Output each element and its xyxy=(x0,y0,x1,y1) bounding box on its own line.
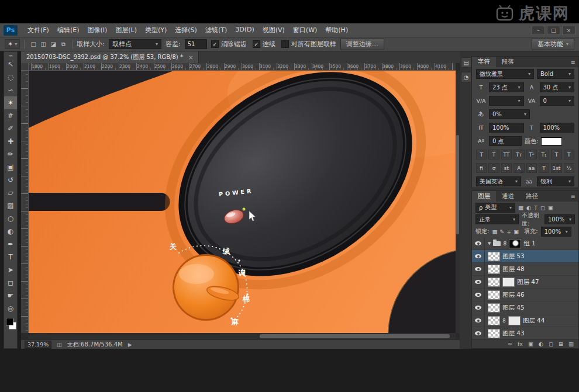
antialias-select[interactable]: 锐利 ▾ xyxy=(537,176,574,186)
crop-tool[interactable]: # xyxy=(4,109,17,122)
visibility-eye-icon[interactable] xyxy=(472,276,485,288)
visibility-eye-icon[interactable] xyxy=(472,289,485,301)
filter-type-layers-icon[interactable]: T xyxy=(534,204,537,211)
visibility-eye-icon[interactable] xyxy=(472,301,485,314)
marquee-tool[interactable]: ◌ xyxy=(4,71,17,84)
tab-channels[interactable]: 通道 xyxy=(496,191,520,202)
layer-style-icon[interactable]: fx xyxy=(518,341,523,347)
visibility-eye-icon[interactable] xyxy=(472,237,485,249)
checkbox-icon[interactable]: ✓ xyxy=(211,40,219,48)
leading-select[interactable]: 30 点 ▾ xyxy=(540,82,575,92)
menu-item[interactable]: 滤镜(T) xyxy=(201,24,231,36)
tab-paragraph[interactable]: 段落 xyxy=(496,57,520,67)
document-tab[interactable]: 20150703-DSC_9392.psd @ 37.2% (图层 53, RG… xyxy=(21,51,199,63)
layer-name[interactable]: 图层 44 xyxy=(523,317,545,325)
layer-row[interactable]: 图层 53 xyxy=(472,250,578,263)
clone-stamp-tool[interactable]: ▣ xyxy=(4,161,17,174)
opacity-field[interactable]: 100% ▾ xyxy=(544,214,575,224)
text-color-swatch[interactable] xyxy=(541,137,562,145)
menu-item[interactable]: 类型(Y) xyxy=(141,24,171,36)
font-style-select[interactable]: Bold ▾ xyxy=(537,69,574,79)
layer-name[interactable]: 图层 46 xyxy=(502,291,525,299)
filter-shape-layers-icon[interactable]: ◻ xyxy=(540,204,545,211)
new-adjustment-layer-icon[interactable]: ◐ xyxy=(539,341,543,347)
filter-smart-objects-icon[interactable]: ▣ xyxy=(548,204,553,211)
status-menu-arrow-icon[interactable]: ▶ xyxy=(128,342,132,348)
opentype-button[interactable]: σ xyxy=(488,163,499,173)
layer-thumbnail[interactable] xyxy=(488,329,500,338)
checkbox-icon[interactable]: ✓ xyxy=(253,40,260,48)
menu-item[interactable]: 图像(I) xyxy=(83,24,111,36)
opentype-button[interactable]: T xyxy=(539,163,549,173)
vertical-scrollbar[interactable] xyxy=(456,71,460,333)
horizontal-scrollbar[interactable] xyxy=(29,333,456,339)
text-style-button[interactable]: T xyxy=(476,150,487,159)
horizontal-scrollbar-thumb[interactable] xyxy=(260,334,450,338)
text-style-button[interactable]: Tᴛ xyxy=(513,150,524,159)
layer-name[interactable]: 图层 48 xyxy=(502,265,525,273)
lock-transparency-icon[interactable]: ▦ xyxy=(492,228,497,235)
layer-thumbnail[interactable] xyxy=(488,252,500,261)
layer-thumbnail[interactable] xyxy=(509,239,521,248)
layer-thumbnail[interactable] xyxy=(488,303,500,313)
add-selection-icon[interactable]: ◫ xyxy=(39,40,48,49)
history-brush-tool[interactable]: ↺ xyxy=(4,174,17,186)
checkbox-option[interactable]: ✓连续 xyxy=(253,40,275,48)
panel-menu-icon[interactable]: ≡ xyxy=(571,193,575,200)
menu-item[interactable]: 编辑(E) xyxy=(53,24,84,36)
healing-brush-tool[interactable]: ✚ xyxy=(4,135,17,148)
visibility-eye-icon[interactable] xyxy=(472,327,485,339)
layer-row[interactable]: ▼8组 1 xyxy=(472,237,578,250)
move-tool[interactable]: ↖ xyxy=(4,58,17,71)
menu-item[interactable]: 图层(L) xyxy=(111,24,141,36)
layer-name[interactable]: 图层 43 xyxy=(502,329,525,338)
checkbox-icon[interactable] xyxy=(281,40,289,48)
menu-item[interactable]: 帮助(H) xyxy=(321,24,352,36)
eraser-tool[interactable]: ▱ xyxy=(4,186,17,199)
visibility-eye-icon[interactable] xyxy=(472,263,485,275)
add-layer-mask-icon[interactable]: ▣ xyxy=(528,341,533,347)
menu-item[interactable]: 窗口(W) xyxy=(289,24,321,36)
language-select[interactable]: 美国英语 ▾ xyxy=(476,176,521,186)
foreground-color-swatch[interactable] xyxy=(6,318,13,325)
path-selection-tool[interactable]: ➤ xyxy=(4,263,17,276)
workspace-switcher[interactable]: 基本功能 ▾ xyxy=(532,38,574,50)
visibility-eye-icon[interactable] xyxy=(472,250,485,262)
type-tool[interactable]: T xyxy=(4,251,17,263)
layer-filter-select[interactable]: ρ 类型 ▾ xyxy=(475,203,515,213)
group-disclosure-icon[interactable]: ▼ xyxy=(488,241,491,246)
layer-mask-thumbnail[interactable] xyxy=(502,277,515,287)
baseline-shift-field[interactable]: 0 点 xyxy=(489,136,522,146)
tsume-select[interactable]: 0% ▾ xyxy=(489,109,530,119)
menu-item[interactable]: 选择(S) xyxy=(171,24,201,36)
layer-thumbnail[interactable] xyxy=(488,290,500,300)
font-size-select[interactable]: 23 点 ▾ xyxy=(489,82,524,92)
checkbox-option[interactable]: 对所有图层取样 xyxy=(281,40,336,48)
text-style-button[interactable]: T¹ xyxy=(526,150,537,159)
kerning-select[interactable]: ▾ xyxy=(489,96,524,106)
text-style-button[interactable]: T xyxy=(551,150,561,159)
layer-thumbnail[interactable] xyxy=(488,265,500,274)
filter-adjustment-layers-icon[interactable]: ◐ xyxy=(526,204,531,211)
text-style-button[interactable]: TT xyxy=(501,150,512,159)
new-group-icon[interactable]: ◻ xyxy=(549,341,553,347)
delete-layer-icon[interactable]: ▥ xyxy=(568,341,574,347)
layer-row[interactable]: 图层 45 xyxy=(472,301,578,314)
opentype-button[interactable]: aa xyxy=(526,163,537,173)
menu-item[interactable]: 视图(V) xyxy=(259,24,289,36)
gradient-tool[interactable]: ▨ xyxy=(4,199,17,212)
opentype-button[interactable]: st xyxy=(501,163,512,173)
lasso-tool[interactable]: ∽ xyxy=(4,84,17,96)
layer-row[interactable]: 图层 48 xyxy=(472,263,578,276)
close-button[interactable]: × xyxy=(562,26,575,35)
text-style-button[interactable]: T xyxy=(488,150,499,159)
new-selection-icon[interactable]: □ xyxy=(29,40,38,49)
subtract-selection-icon[interactable]: ◪ xyxy=(49,40,58,49)
lock-pixels-icon[interactable]: ✎ xyxy=(499,228,504,235)
maximize-button[interactable]: □ xyxy=(547,26,560,35)
tab-character[interactable]: 字符 xyxy=(472,57,496,67)
opentype-button[interactable]: fi xyxy=(476,163,487,173)
opentype-button[interactable]: A xyxy=(513,163,524,173)
fill-field[interactable]: 100% ▾ xyxy=(541,227,571,237)
opentype-button[interactable]: ½ xyxy=(564,163,574,173)
